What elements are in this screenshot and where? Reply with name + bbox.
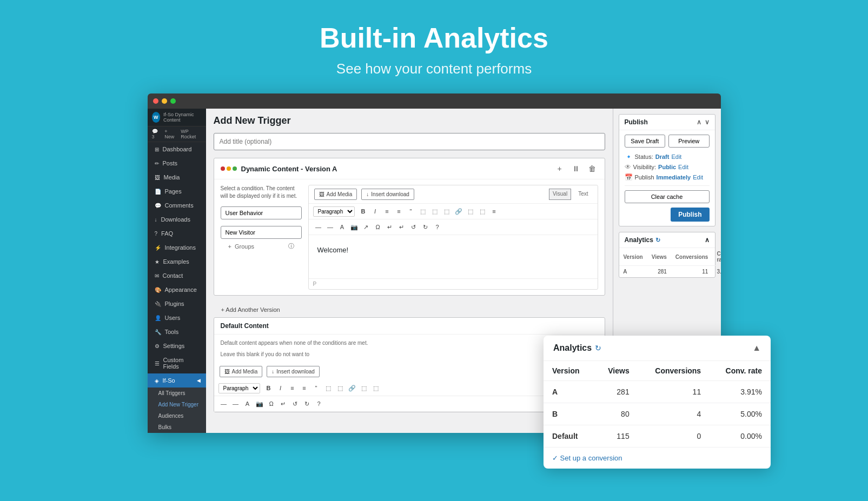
redo-btn[interactable]: ↻ (420, 222, 431, 232)
sidebar-item-comments[interactable]: 💬 Comments (148, 198, 206, 212)
browser-maximize-btn[interactable] (170, 98, 176, 104)
align-left-btn[interactable]: ⬚ (418, 206, 428, 217)
toolbar-toggle[interactable]: ≡ (489, 206, 500, 217)
status-edit-link[interactable]: Edit (671, 153, 681, 160)
link-btn[interactable]: 🔗 (453, 206, 464, 217)
omega-btn[interactable]: Ω (373, 222, 383, 232)
d-media-btn[interactable]: 📷 (254, 398, 265, 409)
fullscreen-btn[interactable]: ⬚ (477, 206, 488, 217)
post-title-input[interactable] (214, 133, 605, 150)
sidebar-item-dashboard[interactable]: ⊞ Dashboard (148, 142, 206, 156)
undo-btn[interactable]: ↺ (408, 222, 419, 232)
publish-chevron-up[interactable]: ∧ (697, 118, 701, 126)
groups-area[interactable]: + Groups ⓘ (221, 239, 302, 253)
sidebar-item-pages[interactable]: 📄 Pages (148, 184, 206, 198)
sidebar-item-faq[interactable]: ? FAQ (148, 226, 206, 241)
analytics-refresh-icon[interactable]: ↻ (655, 237, 660, 244)
insert-download-btn[interactable]: ↓ Insert download (361, 189, 414, 200)
version-add-btn[interactable]: + (554, 163, 566, 175)
custom-char-btn[interactable]: ↗ (361, 222, 372, 232)
bold-btn[interactable]: B (358, 206, 369, 217)
sidebar-item-tools[interactable]: 🔧 Tools (148, 325, 206, 339)
default-format-select[interactable]: Paragraph (218, 383, 260, 393)
condition-select-2[interactable]: New Visitor (221, 226, 302, 239)
col-views: Views (647, 248, 671, 266)
sidebar-item-posts[interactable]: ✏ Posts (148, 156, 206, 170)
sidebar-item-contact[interactable]: ✉ Contact (148, 269, 206, 283)
analytics-card-refresh-icon[interactable]: ↻ (595, 344, 601, 352)
d-align-left-btn[interactable]: ⬚ (323, 383, 334, 393)
text-tab[interactable]: Text (574, 189, 592, 200)
submenu-all-triggers[interactable]: All Triggers (148, 388, 206, 399)
d-align-center-btn[interactable]: ⬚ (335, 383, 346, 393)
submenu-bulks[interactable]: Bulks (148, 422, 206, 433)
sidebar-item-media[interactable]: 🖼 Media (148, 170, 206, 184)
d-redo-btn[interactable]: ↻ (302, 398, 313, 409)
sidebar-item-settings[interactable]: ⚙ Settings (148, 339, 206, 353)
d-indent-btn[interactable]: ↵ (278, 398, 289, 409)
default-add-media-btn[interactable]: 🖼 Add Media (220, 366, 263, 377)
sidebar-item-custom-fields[interactable]: ☰ Custom Fields (148, 353, 206, 373)
help-btn[interactable]: ? (432, 222, 443, 232)
color-btn[interactable]: A (337, 222, 348, 232)
d-blockquote-btn[interactable]: " (311, 383, 322, 393)
format-btn1[interactable]: — (313, 222, 324, 232)
format-btn2[interactable]: — (325, 222, 336, 232)
d-omega-btn[interactable]: Ω (266, 398, 277, 409)
add-version-btn[interactable]: + Add Another Version (214, 302, 605, 317)
outdent-btn[interactable]: ↵ (396, 222, 407, 232)
preview-button[interactable]: Preview (668, 135, 710, 148)
publish-chevron-down[interactable]: ∨ (705, 118, 710, 126)
visual-tab[interactable]: Visual (549, 189, 571, 200)
add-version-label: + Add Another Version (221, 306, 280, 313)
submenu-audiences[interactable]: Audiences (148, 410, 206, 422)
sidebar-item-examples[interactable]: ★ Examples (148, 255, 206, 269)
media-btn[interactable]: 📷 (349, 222, 360, 232)
italic-btn[interactable]: I (370, 206, 381, 217)
analytics-card-chevron[interactable]: ▲ (752, 343, 761, 353)
sidebar-item-appearance[interactable]: 🎨 Appearance (148, 283, 206, 297)
analytics-chevron[interactable]: ∧ (705, 236, 710, 244)
save-draft-button[interactable]: Save Draft (625, 135, 666, 148)
d-undo-btn[interactable]: ↺ (290, 398, 301, 409)
add-media-btn[interactable]: 🖼 Add Media (314, 189, 357, 200)
visibility-edit-link[interactable]: Edit (678, 164, 688, 170)
sidebar-item-plugins[interactable]: 🔌 Plugins (148, 297, 206, 311)
align-right-btn[interactable]: ⬚ (441, 206, 452, 217)
blockquote-btn[interactable]: " (406, 206, 416, 217)
condition-select-1[interactable]: User Behavior (221, 206, 302, 219)
version-pause-btn[interactable]: ⏸ (570, 163, 582, 175)
d-help-btn[interactable]: ? (314, 398, 324, 409)
sidebar-item-integrations[interactable]: ⚡ Integrations (148, 241, 206, 255)
default-insert-download-btn[interactable]: ↓ Insert download (267, 366, 320, 377)
sidebar-item-users[interactable]: 👤 Users (148, 311, 206, 325)
d-color-btn[interactable]: A (242, 398, 253, 409)
d-link-btn[interactable]: 🔗 (347, 383, 357, 393)
browser-minimize-btn[interactable] (162, 98, 167, 104)
list-ol-btn[interactable]: ≡ (394, 206, 405, 217)
align-center-btn[interactable]: ⬚ (429, 206, 440, 217)
d-list-ol-btn[interactable]: ≡ (299, 383, 310, 393)
d-format-btn2[interactable]: — (230, 398, 241, 409)
sidebar-item-ifso[interactable]: ◈ If-So ◀ (148, 373, 206, 388)
more-btn[interactable]: ⬚ (465, 206, 476, 217)
sidebar-item-downloads[interactable]: ↓ Downloads (148, 212, 206, 226)
d-format-btn1[interactable]: — (218, 398, 229, 409)
d-list-ul-btn[interactable]: ≡ (287, 383, 298, 393)
clear-cache-button[interactable]: Clear cache (625, 190, 710, 203)
d-bold-btn[interactable]: B (263, 383, 274, 393)
browser-close-btn[interactable] (153, 98, 158, 104)
submenu-add-new-trigger[interactable]: Add New Trigger (148, 399, 206, 410)
conversion-link[interactable]: ✓ Set up a conversion (544, 447, 771, 469)
list-ul-btn[interactable]: ≡ (382, 206, 393, 217)
version-delete-btn[interactable]: 🗑 (586, 163, 598, 175)
publish-button[interactable]: Publish (671, 208, 709, 222)
d-fullscreen-btn[interactable]: ⬚ (370, 383, 381, 393)
publish-on-edit-link[interactable]: Edit (693, 174, 703, 181)
d-italic-btn[interactable]: I (275, 383, 286, 393)
d-more-btn[interactable]: ⬚ (359, 383, 369, 393)
format-select[interactable]: Paragraph (313, 206, 355, 217)
editor-content[interactable]: Welcome! (309, 235, 598, 278)
indent-btn[interactable]: ↵ (385, 222, 395, 232)
visual-text-toggle: Visual Text (549, 189, 592, 200)
